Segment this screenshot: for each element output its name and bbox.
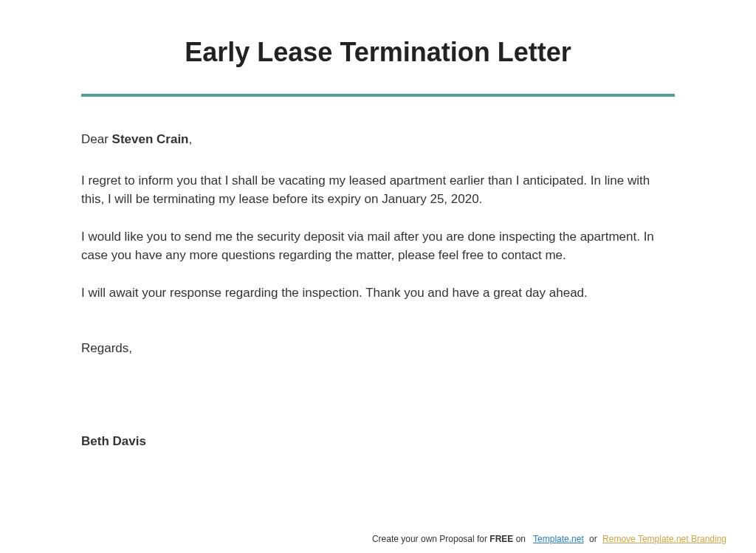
- footer-prefix: Create your own Proposal for: [372, 534, 489, 544]
- divider-line: [81, 94, 675, 97]
- paragraph-3: I will await your response regarding the…: [81, 284, 675, 303]
- footer-on: on: [513, 534, 526, 544]
- footer-free: FREE: [489, 534, 513, 544]
- footer-or: or: [587, 534, 599, 544]
- document-container: Early Lease Termination Letter Dear Stev…: [0, 0, 756, 450]
- recipient-name: Steven Crain: [112, 132, 189, 146]
- greeting-comma: ,: [189, 132, 193, 146]
- signature-name: Beth Davis: [81, 432, 675, 451]
- document-title: Early Lease Termination Letter: [81, 37, 675, 68]
- footer-branding: Create your own Proposal for FREE onTemp…: [372, 534, 726, 544]
- template-link[interactable]: Template.net: [533, 534, 584, 544]
- remove-branding-link[interactable]: Remove Template.net Branding: [602, 534, 726, 544]
- paragraph-1: I regret to inform you that I shall be v…: [81, 171, 675, 209]
- letter-body: Dear Steven Crain, I regret to inform yo…: [81, 130, 675, 450]
- closing-text: Regards,: [81, 339, 675, 358]
- salutation: Dear Steven Crain,: [81, 130, 675, 149]
- paragraph-2: I would like you to send me the security…: [81, 227, 675, 265]
- greeting-text: Dear: [81, 132, 112, 146]
